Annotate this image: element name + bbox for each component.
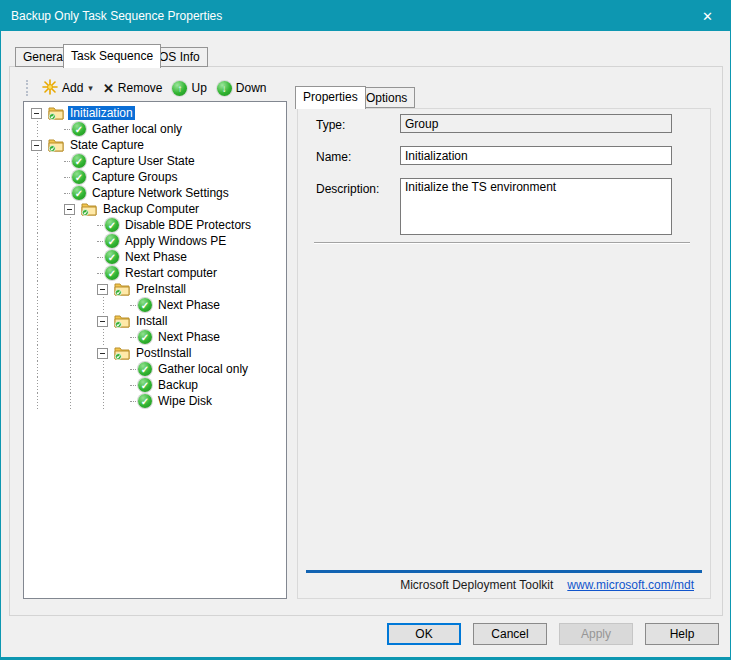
tree-guide-line [64,265,97,281]
tab-task-sequence[interactable]: Task Sequence [63,44,161,68]
tree-item-label: Next Phase [156,330,222,344]
properties-groupbox: Type: Name: Description: Initialize the … [297,108,711,599]
tree-guide-line [97,393,130,409]
down-arrow-icon: ↓ [217,81,232,96]
tree-guide-line [31,217,64,233]
task-tree[interactable]: Initialization✓Gather local onlyState Ca… [23,101,287,599]
up-arrow-icon: ↑ [172,81,187,96]
tree-guide-line [97,361,130,377]
group-folder-icon [114,346,130,360]
tree-item-label: Next Phase [156,298,222,312]
step-check-icon: ✓ [138,362,152,376]
tree-connector [130,369,138,370]
tree-item[interactable]: Install [27,313,286,329]
tree-guide-line [31,169,64,185]
tree-item-label: Disable BDE Protectors [123,218,253,232]
tree-item[interactable]: ✓Next Phase [27,249,286,265]
collapse-minus-icon[interactable] [97,284,108,295]
tree-item-label: Backup [156,378,200,392]
down-button[interactable]: ↓ Down [212,77,272,99]
collapse-minus-icon[interactable] [31,140,42,151]
tree-item-label: Capture Groups [90,170,179,184]
tree-guide-line [64,217,97,233]
tree-guide-line [31,153,64,169]
tree-guide-line [64,361,97,377]
tree-item[interactable]: ✓Apply Windows PE [27,233,286,249]
step-check-icon: ✓ [72,154,86,168]
tree-connector [130,385,138,386]
mdt-link[interactable]: www.microsoft.com/mdt [567,578,694,592]
tree-item[interactable]: ✓Capture Network Settings [27,185,286,201]
tree-item[interactable]: PostInstall [27,345,286,361]
collapse-minus-icon[interactable] [97,348,108,359]
collapse-minus-icon[interactable] [64,204,75,215]
tree-item[interactable]: ✓Capture User State [27,153,286,169]
help-button[interactable]: Help [645,623,719,645]
remove-x-icon: ✕ [103,81,114,96]
tree-item-label: Install [134,314,169,328]
tree-item[interactable]: PreInstall [27,281,286,297]
tree-item[interactable]: ✓Backup [27,377,286,393]
tree-guide-line [31,185,64,201]
tree-connector [130,401,138,402]
down-label: Down [236,81,267,95]
tree-item[interactable]: Initialization [27,105,286,121]
tree-item[interactable]: ✓Next Phase [27,297,286,313]
add-button[interactable]: Add ▾ [37,77,98,99]
tree-item-label: Restart computer [123,266,219,280]
tree-item-label: Backup Computer [101,202,201,216]
tree-connector [64,177,72,178]
up-button[interactable]: ↑ Up [167,77,211,99]
tree-item-label: Capture User State [90,154,197,168]
tree-guide-line [64,377,97,393]
step-check-icon: ✓ [72,170,86,184]
toolbar-gripper [26,80,30,96]
tree-toolbar: Add ▾ ✕ Remove ↑ Up ↓ Down [23,77,287,99]
tree-guide-line [64,281,97,297]
tree-item[interactable]: ✓Gather local only [27,361,286,377]
tab-properties[interactable]: Properties [295,86,366,109]
tree-guide-line [97,377,130,393]
window-title: Backup Only Task Sequence Properties [11,1,222,31]
tree-guide-line [31,121,64,137]
tree-item[interactable]: ✓Capture Groups [27,169,286,185]
ok-button[interactable]: OK [387,623,461,645]
tree-item[interactable]: State Capture [27,137,286,153]
tree-connector [64,193,72,194]
description-field[interactable]: Initialize the TS environment [400,178,672,235]
tree-connector [97,257,105,258]
remove-button[interactable]: ✕ Remove [98,77,168,99]
tree-item[interactable]: ✓Disable BDE Protectors [27,217,286,233]
up-label: Up [191,81,206,95]
tree-item[interactable]: ✓Wipe Disk [27,393,286,409]
titlebar: Backup Only Task Sequence Properties ✕ [1,1,730,31]
panel-footer: Microsoft Deployment Toolkit www.microso… [306,570,702,592]
dialog-button-row: OK Cancel Apply Help [1,623,730,647]
step-check-icon: ✓ [138,378,152,392]
collapse-minus-icon[interactable] [97,316,108,327]
tab-options[interactable]: Options [358,87,415,108]
collapse-minus-icon[interactable] [31,108,42,119]
tree-item-label: State Capture [68,138,146,152]
tree-guide-line [31,281,64,297]
tree-guide-line [97,329,130,345]
tree-item[interactable]: Backup Computer [27,201,286,217]
tree-guide-line [31,393,64,409]
separator-line [314,242,690,244]
step-check-icon: ✓ [72,122,86,136]
tree-connector [97,225,105,226]
tree-guide-line [31,361,64,377]
name-field[interactable] [400,146,672,165]
tree-item[interactable]: ✓Restart computer [27,265,286,281]
tree-item[interactable]: ✓Next Phase [27,329,286,345]
mdt-brand-text: Microsoft Deployment Toolkit [400,578,553,592]
cancel-button[interactable]: Cancel [473,623,547,645]
close-icon[interactable]: ✕ [685,1,730,31]
tree-item[interactable]: ✓Gather local only [27,121,286,137]
tree-guide-line [31,233,64,249]
step-check-icon: ✓ [105,250,119,264]
add-label: Add [62,81,83,95]
type-field [400,114,672,133]
step-check-icon: ✓ [138,298,152,312]
tree-item-label: Gather local only [156,362,250,376]
